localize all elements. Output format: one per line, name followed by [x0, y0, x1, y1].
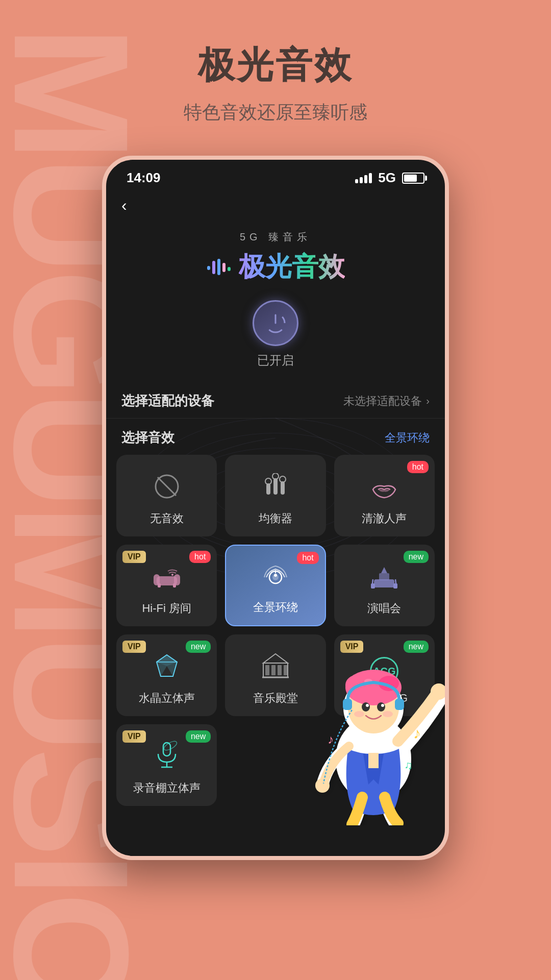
effects-grid: 无音效 均衡器 hot — [106, 455, 445, 806]
back-button[interactable]: ‹ — [106, 191, 445, 220]
battery-fill — [404, 175, 417, 182]
equalizer-icon — [262, 473, 289, 506]
device-section-action: 未选择适配设备 › — [343, 394, 430, 409]
chevron-right-icon: › — [426, 395, 430, 407]
vip-badge-hifi: VIP — [122, 551, 146, 563]
logo-text: 极光音效 — [239, 249, 345, 285]
effect-name-clear-voice: 清澈人声 — [362, 511, 407, 526]
studio-mic-icon — [154, 741, 180, 775]
effect-name-studio: 录音棚立体声 — [133, 780, 201, 796]
app-logo-area: 5G 臻音乐 极光音效 — [106, 220, 445, 300]
svg-rect-31 — [379, 573, 389, 580]
effect-name-no-effect: 无音效 — [150, 511, 184, 526]
svg-rect-14 — [266, 483, 270, 495]
svg-rect-43 — [265, 665, 269, 675]
effect-card-clear-voice[interactable]: hot 清澈人声 — [334, 455, 435, 536]
page-container: 极光音效 特色音效还原至臻听感 14:09 — [0, 0, 551, 860]
effect-card-crystal[interactable]: VIP new 水晶立体声 — [116, 634, 217, 716]
hot-badge-hifi: hot — [189, 551, 211, 563]
effect-name-equalizer: 均衡器 — [259, 511, 292, 526]
no-effect-icon — [154, 473, 180, 506]
device-section-row[interactable]: 选择适配的设备 未选择适配设备 › — [106, 384, 445, 419]
new-badge-concert: new — [404, 551, 429, 563]
svg-rect-8 — [222, 263, 226, 272]
vip-badge-acg: VIP — [340, 641, 364, 653]
effect-name-temple: 音乐殿堂 — [253, 691, 298, 706]
acg-icon: ACG ♪ — [370, 657, 398, 685]
surround-icon — [261, 563, 290, 595]
device-action-text: 未选择适配设备 — [343, 394, 422, 409]
lips-icon — [371, 475, 397, 506]
sofa-icon — [152, 565, 182, 596]
new-badge-studio: new — [186, 730, 211, 743]
temple-icon — [261, 653, 290, 685]
logo-main: 极光音效 — [206, 249, 345, 285]
signal-bars — [355, 173, 372, 183]
effect-card-equalizer[interactable]: 均衡器 — [225, 455, 325, 536]
battery-icon — [402, 173, 424, 184]
effect-card-concert[interactable]: new 演唱会 — [334, 545, 435, 626]
hot-badge-clear-voice: hot — [407, 461, 429, 473]
svg-rect-46 — [284, 665, 288, 675]
power-button[interactable] — [253, 300, 298, 346]
phone-frame: 14:09 5G ‹ 5G 臻音乐 — [102, 156, 449, 860]
power-status: 已开启 — [257, 352, 294, 369]
svg-marker-32 — [381, 567, 387, 573]
effect-name-panoramic: 全景环绕 — [253, 600, 298, 615]
svg-rect-5 — [207, 266, 210, 270]
vip-badge-studio: VIP — [122, 730, 146, 743]
svg-point-28 — [274, 574, 277, 577]
page-subtitle: 特色音效还原至臻听感 — [184, 100, 367, 125]
sound-section-action[interactable]: 全景环绕 — [385, 430, 430, 446]
power-section: 已开启 — [106, 300, 445, 369]
effect-card-studio[interactable]: VIP new 录音棚立体声 — [116, 724, 217, 806]
effect-card-panoramic[interactable]: hot 全景环绕 — [225, 545, 325, 626]
svg-point-25 — [171, 574, 173, 576]
svg-marker-47 — [263, 654, 288, 663]
svg-rect-44 — [271, 665, 276, 675]
effect-card-temple[interactable]: 音乐殿堂 — [225, 634, 325, 716]
svg-rect-24 — [173, 583, 176, 587]
effect-card-no-effect[interactable]: 无音效 — [116, 455, 217, 536]
effect-card-hifi[interactable]: VIP hot Hi-Fi 房间 — [116, 545, 217, 626]
sound-section-label: 选择音效 — [121, 429, 174, 447]
status-bar: 14:09 5G — [106, 160, 445, 191]
diamond-icon — [154, 653, 180, 685]
sound-header-row: 选择音效 全景环绕 — [106, 419, 445, 455]
vip-badge-crystal: VIP — [122, 641, 146, 653]
status-right: 5G — [355, 170, 424, 186]
page-title: 极光音效 — [198, 41, 353, 90]
svg-rect-7 — [217, 259, 220, 275]
svg-rect-35 — [371, 583, 375, 589]
new-badge-crystal: new — [186, 641, 211, 653]
concert-icon — [370, 565, 398, 596]
svg-rect-6 — [212, 261, 215, 274]
svg-line-13 — [158, 477, 176, 496]
logo-wave — [206, 257, 231, 277]
svg-rect-15 — [273, 478, 278, 495]
logo-tag: 5G 臻音乐 — [240, 230, 311, 244]
svg-rect-9 — [228, 267, 231, 271]
effect-card-acg[interactable]: VIP new ACG ♪ 纯净ACG — [334, 634, 435, 716]
svg-rect-16 — [281, 481, 285, 495]
hot-badge-panoramic: hot — [297, 552, 318, 564]
svg-rect-30 — [374, 579, 394, 587]
effect-name-acg: 纯净ACG — [361, 691, 408, 706]
new-badge-acg: new — [404, 641, 429, 653]
effect-name-crystal: 水晶立体声 — [139, 691, 195, 706]
effect-name-hifi: Hi-Fi 房间 — [142, 601, 191, 616]
svg-rect-36 — [393, 583, 397, 589]
svg-rect-23 — [158, 583, 161, 587]
signal-type: 5G — [378, 170, 396, 186]
svg-rect-45 — [278, 665, 282, 675]
effect-name-concert: 演唱会 — [367, 601, 401, 616]
device-section-label: 选择适配的设备 — [121, 392, 214, 410]
status-time: 14:09 — [127, 170, 161, 186]
